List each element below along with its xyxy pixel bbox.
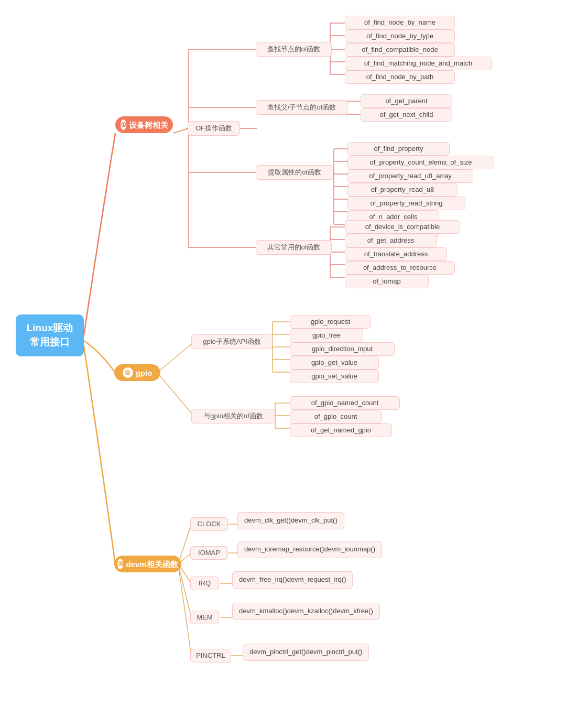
leaf-irq-2: devm_request_irq() <box>287 574 346 585</box>
leaf-pinctrl-1: devm_pinctrl_get() <box>249 647 306 658</box>
leaf-find-node-4: of_find_matching_node_and_match <box>345 57 492 70</box>
mid-irq: IRQ <box>190 577 219 590</box>
leaf-gpio-of-2: of_gpio_count <box>290 410 382 423</box>
mid-other-of-label: 其它常用的of函数 <box>267 243 321 252</box>
leaf-prop-4: of_property_read_u8 <box>347 183 458 197</box>
leaf-mem-2: devm_kzalloc() <box>287 606 333 617</box>
svg-line-32 <box>157 373 194 416</box>
mid-prop-func-label: 提取属性的of函数 <box>268 168 321 177</box>
mid-gpio-api: gpio子系统API函数 <box>191 334 273 349</box>
leaf-prop-5: of_property_read_string <box>347 197 465 210</box>
badge-3: ③ <box>117 559 123 569</box>
badge-2: ② <box>123 367 133 378</box>
leaf-parent-1: of_get_parent <box>361 94 452 108</box>
mid-other-of: 其它常用的of函数 <box>256 240 332 255</box>
mid-find-node: 查找节点的of函数 <box>256 42 332 57</box>
leaf-clock-1: devm_clk_get() <box>244 515 291 526</box>
leaf-other-1: of_device_is_compatible <box>345 220 460 234</box>
leaf-gpio-1: gpio_request <box>290 315 371 329</box>
leaf-clock-group: devm_clk_get() devm_clk_put() <box>237 512 344 529</box>
svg-line-43 <box>178 524 191 564</box>
leaf-irq-1: devm_free_irq() <box>239 574 287 585</box>
leaf-gpio-of-1: of_gpio_named_count <box>290 396 400 410</box>
mindmap-diagram: Linux驱动 常用接口 ① 设备树相关 OF操作函数 查找节点的of函数 查找… <box>0 0 566 728</box>
leaf-other-5: of_iomap <box>345 275 429 288</box>
leaf-pinctrl-2: devm_pinctrl_put() <box>306 647 363 658</box>
leaf-mem-1: devm_kmalloc() <box>239 606 287 617</box>
mid-gpio-of-label: 与gpio相关的of函数 <box>203 411 263 421</box>
leaf-irq-group: devm_free_irq() devm_request_irq() <box>232 571 353 589</box>
leaf-iomap-1: devm_ioremap_resource() <box>244 544 324 555</box>
leaf-other-2: of_get_address <box>345 234 437 247</box>
leaf-gpio-4: gpio_get_value <box>290 356 379 370</box>
mid-iomap-label: IOMAP <box>198 548 220 558</box>
leaf-prop-1: of_find_property <box>347 142 450 156</box>
leaf-gpio-3: gpio_direction_input <box>290 342 395 356</box>
leaf-pinctrl-group: devm_pinctrl_get() devm_pinctrl_put() <box>243 644 369 661</box>
leaf-gpio-2: gpio_free <box>290 329 363 342</box>
mid-of-ops-label: OF操作函数 <box>195 124 232 133</box>
leaf-mem-3: devm_kfree() <box>333 606 373 617</box>
cat2-label: gpio <box>136 367 153 378</box>
leaf-find-node-3: of_find_compatible_node <box>345 43 455 57</box>
mid-mem-label: MEM <box>197 613 212 622</box>
category-1: ① 设备树相关 <box>115 116 173 133</box>
mid-clock-label: CLOCK <box>198 519 221 529</box>
mid-clock: CLOCK <box>190 517 228 531</box>
mid-pinctrl: PINCTRL <box>190 649 231 662</box>
leaf-prop-2: of_property_count_elems_of_size <box>347 156 494 169</box>
leaf-parent-2: of_get_next_child <box>361 108 452 122</box>
mid-find-parent-label: 查找父/子节点的of函数 <box>267 103 336 112</box>
leaf-find-node-2: of_find_node_by_type <box>345 29 455 43</box>
leaf-iomap-group: devm_ioremap_resource() devm_iounmap() <box>237 541 382 558</box>
mid-irq-label: IRQ <box>199 579 211 588</box>
mid-mem: MEM <box>190 611 219 624</box>
cat3-label: devm相关函数 <box>126 559 178 570</box>
svg-line-47 <box>178 564 191 656</box>
svg-line-0 <box>173 128 189 133</box>
leaf-iomap-2: devm_iounmap() <box>324 544 375 555</box>
leaf-gpio-5: gpio_set_value <box>290 370 379 383</box>
mid-find-parent: 查找父/子节点的of函数 <box>256 100 347 115</box>
leaf-gpio-of-3: of_get_named_gpio <box>290 423 392 437</box>
mid-of-ops: OF操作函数 <box>188 121 240 136</box>
svg-line-46 <box>178 564 191 617</box>
mid-prop-func: 提取属性的of函数 <box>256 165 333 180</box>
mid-gpio-of: 与gpio相关的of函数 <box>191 409 275 423</box>
mid-gpio-api-label: gpio子系统API函数 <box>203 337 261 346</box>
leaf-other-3: of_translate_address <box>345 247 447 261</box>
root-node: Linux驱动 常用接口 <box>16 314 84 356</box>
svg-line-31 <box>157 342 194 373</box>
cat1-label: 设备树相关 <box>129 119 168 131</box>
leaf-find-node-5: of_find_node_by_path <box>345 70 455 84</box>
category-3: ③ devm相关函数 <box>114 556 181 572</box>
leaf-find-node-1: of_find_node_by_name <box>345 16 455 29</box>
badge-1: ① <box>121 119 126 130</box>
root-label: Linux驱动 常用接口 <box>27 321 73 349</box>
mid-find-node-label: 查找节点的of函数 <box>267 45 321 54</box>
category-2: ② gpio <box>114 364 160 381</box>
leaf-clock-2: devm_clk_put() <box>291 515 338 526</box>
leaf-other-4: of_address_to_resource <box>345 261 455 275</box>
mid-pinctrl-label: PINCTRL <box>196 651 225 660</box>
mid-iomap: IOMAP <box>190 546 228 560</box>
leaf-mem-group: devm_kmalloc() devm_kzalloc() devm_kfree… <box>232 603 380 620</box>
leaf-prop-3: of_property_read_u8_array <box>347 169 473 183</box>
